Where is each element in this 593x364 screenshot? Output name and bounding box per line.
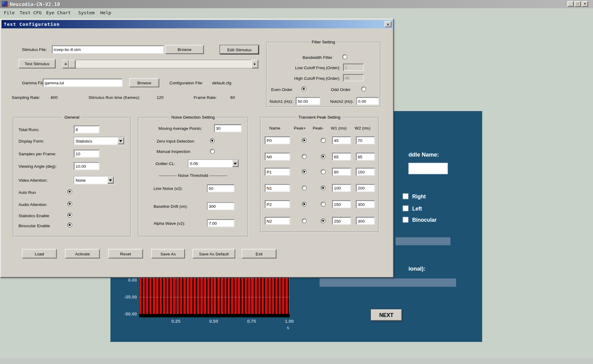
- panel-input-field[interactable]: [396, 237, 451, 245]
- line-noise-input[interactable]: 50: [207, 184, 234, 192]
- menu-item-system[interactable]: System: [78, 10, 95, 15]
- stimulus-file-input[interactable]: icvep-bc-8.stm: [52, 45, 164, 53]
- menu-item-help[interactable]: Help: [100, 10, 111, 15]
- peak-plus-radio[interactable]: [302, 169, 307, 174]
- middle-name-input[interactable]: [408, 163, 448, 174]
- bottom-strip: [0, 358, 593, 364]
- test-stimulus-button[interactable]: Test Stimulus: [19, 59, 56, 68]
- gamma-file-input[interactable]: gamma.lut: [43, 79, 123, 87]
- dropdown-arrow-icon[interactable]: [232, 160, 239, 167]
- exit-button[interactable]: Exit: [242, 249, 277, 258]
- dialog-close-button[interactable]: ×: [385, 21, 391, 27]
- w1-input[interactable]: 250: [332, 217, 351, 225]
- minimize-button[interactable]: _: [567, 1, 574, 7]
- viewing-angle-input[interactable]: 10.00: [74, 162, 100, 170]
- panel-input-field[interactable]: [319, 278, 456, 287]
- total-runs-input[interactable]: 8: [74, 126, 100, 133]
- low-cutoff-input[interactable]: 1: [343, 63, 364, 71]
- column-header-peak-minus: Peak-: [313, 126, 324, 131]
- w1-input[interactable]: 65: [332, 153, 351, 160]
- close-button[interactable]: ×: [582, 1, 588, 7]
- moving-avg-input[interactable]: 30: [214, 124, 242, 132]
- peak-minus-radio[interactable]: [321, 154, 325, 159]
- audio-attention-radio[interactable]: [67, 201, 72, 206]
- edit-stimulus-button[interactable]: Edit Stimulus: [220, 45, 259, 54]
- noise-threshold-heading: ------------- Noise Threshold ----------…: [138, 173, 248, 178]
- dropdown-arrow-icon[interactable]: [107, 177, 114, 184]
- binocular-enable-label: Binocular Enable: [19, 223, 50, 228]
- w1-input[interactable]: 80: [332, 168, 351, 176]
- notch2-input[interactable]: 0.00: [356, 97, 379, 105]
- save-as-button[interactable]: Save As: [151, 249, 185, 258]
- peak-plus-radio[interactable]: [302, 154, 307, 159]
- peak-plus-radio[interactable]: [302, 202, 307, 207]
- total-runs-label: Total Runs:: [19, 127, 39, 132]
- menu-item-test-cfg[interactable]: Test CFG: [20, 10, 42, 15]
- peak-name-input[interactable]: N0: [265, 153, 290, 160]
- w2-input[interactable]: 200: [356, 184, 375, 192]
- checkbox-left[interactable]: [403, 206, 408, 211]
- statistics-enable-radio[interactable]: [67, 213, 72, 217]
- outlier-cl-label: Outlier CL:: [155, 161, 175, 166]
- high-cutoff-input[interactable]: 40: [343, 74, 364, 82]
- dropdown-arrow-icon[interactable]: [118, 137, 124, 144]
- scroll-right-button[interactable]: ►: [251, 60, 258, 69]
- w2-input[interactable]: 70: [356, 136, 375, 144]
- scroll-thumb[interactable]: [69, 60, 76, 69]
- w1-input[interactable]: 100: [332, 184, 351, 192]
- peak-name-input[interactable]: P1: [265, 168, 290, 176]
- peak-plus-radio[interactable]: [302, 138, 307, 143]
- activate-button[interactable]: Activate: [65, 249, 100, 258]
- window-titlebar[interactable]: Neucodia-CN-V2.10 _ □ ×: [0, 0, 593, 8]
- peak-minus-radio[interactable]: [321, 169, 325, 174]
- bandwidth-filter-radio[interactable]: [342, 54, 347, 59]
- peak-plus-radio[interactable]: [302, 186, 307, 190]
- browse-stimulus-button[interactable]: Browse: [165, 45, 204, 54]
- odd-order-radio[interactable]: [361, 86, 366, 91]
- w2-input[interactable]: 150: [356, 168, 375, 176]
- next-button[interactable]: NEXT: [371, 309, 402, 321]
- checkbox-binocular[interactable]: [403, 217, 408, 223]
- video-attention-select[interactable]: None: [74, 176, 114, 184]
- display-form-select[interactable]: Statistics: [74, 137, 124, 145]
- auto-run-radio[interactable]: [67, 189, 72, 194]
- transient-peak-group: Transient Peak Setting Name Peak+ Peak- …: [260, 117, 379, 232]
- peak-minus-radio[interactable]: [321, 218, 325, 223]
- peak-minus-radio[interactable]: [321, 138, 325, 143]
- w1-input[interactable]: 250: [332, 200, 351, 208]
- checkbox-right[interactable]: [403, 194, 408, 199]
- maximize-button[interactable]: □: [574, 1, 581, 7]
- dialog-titlebar[interactable]: Test Configuration: [2, 20, 393, 28]
- menu-item-eye-chart[interactable]: Eye Chart: [46, 10, 71, 15]
- auto-run-label: Auto Run: [19, 190, 36, 195]
- alpha-wave-input[interactable]: 7.00: [207, 219, 234, 227]
- peak-plus-radio[interactable]: [302, 218, 307, 223]
- y-axis-label: -50.00: [114, 311, 137, 316]
- w1-input[interactable]: 45: [332, 136, 351, 144]
- peak-name-input[interactable]: P0: [265, 136, 290, 144]
- w2-input[interactable]: 300: [356, 200, 375, 208]
- save-as-default-button[interactable]: Save As Default: [193, 249, 235, 258]
- peak-minus-radio[interactable]: [321, 186, 325, 190]
- w2-input[interactable]: 85: [356, 153, 375, 160]
- load-button[interactable]: Load: [22, 249, 57, 258]
- menu-item-file[interactable]: File: [4, 10, 15, 15]
- app-icon[interactable]: [2, 1, 8, 7]
- middle-name-label: ddle Name:: [408, 151, 439, 157]
- peak-name-input[interactable]: P2: [265, 200, 290, 208]
- notch1-input[interactable]: 50.00: [296, 97, 320, 105]
- binocular-enable-radio[interactable]: [67, 223, 72, 228]
- outlier-cl-select[interactable]: 0.05: [188, 160, 239, 167]
- peak-name-input[interactable]: N2: [265, 217, 290, 225]
- reset-button[interactable]: Reset: [108, 249, 143, 258]
- baseline-drift-input[interactable]: 300: [207, 202, 234, 210]
- w2-input[interactable]: 300: [356, 217, 375, 225]
- samples-per-frame-input[interactable]: 10: [74, 150, 100, 157]
- browse-gamma-button[interactable]: Browse: [129, 78, 159, 87]
- scroll-left-button[interactable]: ◄: [62, 60, 69, 69]
- peak-minus-radio[interactable]: [321, 202, 325, 207]
- manual-inspection-radio[interactable]: [210, 149, 215, 154]
- zero-input-radio[interactable]: [210, 138, 215, 143]
- peak-name-input[interactable]: N1: [265, 184, 290, 192]
- even-order-radio[interactable]: [302, 86, 306, 91]
